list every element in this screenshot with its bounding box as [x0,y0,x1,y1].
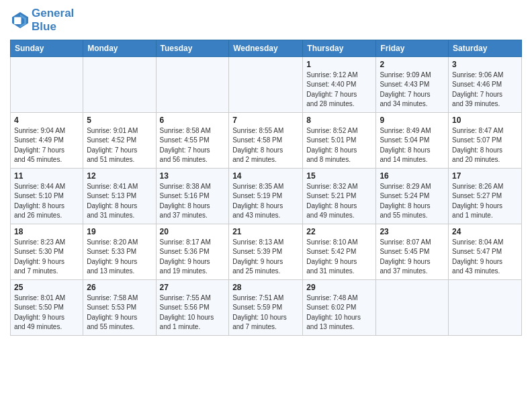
calendar-cell: 8Sunrise: 8:52 AM Sunset: 5:01 PM Daylig… [303,112,376,168]
calendar-cell: 12Sunrise: 8:41 AM Sunset: 5:13 PM Dayli… [83,168,156,224]
weekday-header: Friday [376,40,449,56]
day-number: 6 [160,116,226,125]
calendar-cell: 20Sunrise: 8:17 AM Sunset: 5:36 PM Dayli… [156,224,229,279]
calendar-cell: 13Sunrise: 8:38 AM Sunset: 5:16 PM Dayli… [156,168,229,224]
calendar-cell: 24Sunrise: 8:04 AM Sunset: 5:47 PM Dayli… [449,224,522,279]
weekday-header: Tuesday [156,40,229,56]
day-info: Sunrise: 8:32 AM Sunset: 5:21 PM Dayligh… [306,182,372,221]
day-number: 4 [14,116,79,125]
day-info: Sunrise: 8:52 AM Sunset: 5:01 PM Dayligh… [306,126,372,165]
calendar-cell [11,56,83,112]
day-number: 28 [232,283,299,292]
day-number: 24 [452,227,518,236]
day-number: 18 [14,227,79,236]
calendar-cell: 27Sunrise: 7:55 AM Sunset: 5:56 PM Dayli… [156,279,229,335]
day-info: Sunrise: 8:38 AM Sunset: 5:16 PM Dayligh… [160,182,226,221]
weekday-header: Thursday [303,40,376,56]
day-number: 21 [232,227,299,236]
weekday-header: Monday [83,40,156,56]
calendar-cell: 1Sunrise: 9:12 AM Sunset: 4:40 PM Daylig… [303,56,376,112]
day-number: 10 [452,116,518,125]
calendar-cell [156,56,229,112]
day-number: 13 [160,171,226,181]
day-info: Sunrise: 8:49 AM Sunset: 5:04 PM Dayligh… [380,126,445,165]
day-info: Sunrise: 9:12 AM Sunset: 4:40 PM Dayligh… [306,71,372,109]
day-number: 8 [306,116,372,125]
day-info: Sunrise: 9:04 AM Sunset: 4:49 PM Dayligh… [14,126,79,165]
day-number: 19 [87,227,152,236]
calendar-cell: 4Sunrise: 9:04 AM Sunset: 4:49 PM Daylig… [11,112,83,168]
calendar-cell: 15Sunrise: 8:32 AM Sunset: 5:21 PM Dayli… [303,168,376,224]
day-number: 12 [87,171,152,181]
day-info: Sunrise: 8:47 AM Sunset: 5:07 PM Dayligh… [452,126,518,165]
day-info: Sunrise: 8:58 AM Sunset: 4:55 PM Dayligh… [160,126,226,165]
day-info: Sunrise: 8:20 AM Sunset: 5:33 PM Dayligh… [87,238,152,277]
day-info: Sunrise: 7:58 AM Sunset: 5:53 PM Dayligh… [87,293,152,332]
day-number: 5 [87,116,152,125]
calendar-cell: 3Sunrise: 9:06 AM Sunset: 4:46 PM Daylig… [449,56,522,112]
calendar-cell: 14Sunrise: 8:35 AM Sunset: 5:19 PM Dayli… [229,168,303,224]
day-info: Sunrise: 8:26 AM Sunset: 5:27 PM Dayligh… [452,182,518,221]
calendar-week: 1Sunrise: 9:12 AM Sunset: 4:40 PM Daylig… [11,56,522,112]
day-number: 23 [380,227,445,236]
day-info: Sunrise: 8:29 AM Sunset: 5:24 PM Dayligh… [380,182,445,221]
logo-text: General Blue [32,7,74,34]
day-number: 16 [380,171,445,181]
day-info: Sunrise: 8:23 AM Sunset: 5:30 PM Dayligh… [14,238,79,277]
day-info: Sunrise: 8:55 AM Sunset: 4:58 PM Dayligh… [232,126,299,165]
calendar-cell [376,279,449,335]
day-info: Sunrise: 8:41 AM Sunset: 5:13 PM Dayligh… [87,182,152,221]
calendar-table: SundayMondayTuesdayWednesdayThursdayFrid… [10,40,522,336]
calendar-cell: 18Sunrise: 8:23 AM Sunset: 5:30 PM Dayli… [11,224,83,279]
calendar-cell: 22Sunrise: 8:10 AM Sunset: 5:42 PM Dayli… [303,224,376,279]
svg-rect-2 [14,17,21,25]
header: General Blue [10,7,522,34]
day-number: 3 [452,60,518,69]
day-number: 2 [380,60,445,69]
calendar-cell: 7Sunrise: 8:55 AM Sunset: 4:58 PM Daylig… [229,112,303,168]
header-row: SundayMondayTuesdayWednesdayThursdayFrid… [11,40,522,56]
day-number: 20 [160,227,226,236]
day-info: Sunrise: 8:17 AM Sunset: 5:36 PM Dayligh… [160,238,226,277]
calendar-cell [83,56,156,112]
day-number: 9 [380,116,445,125]
day-info: Sunrise: 9:09 AM Sunset: 4:43 PM Dayligh… [380,71,445,109]
day-number: 14 [232,171,299,181]
calendar-week: 4Sunrise: 9:04 AM Sunset: 4:49 PM Daylig… [11,112,522,168]
day-info: Sunrise: 7:51 AM Sunset: 5:59 PM Dayligh… [232,293,299,332]
calendar-week: 11Sunrise: 8:44 AM Sunset: 5:10 PM Dayli… [11,168,522,224]
day-info: Sunrise: 7:55 AM Sunset: 5:56 PM Dayligh… [160,293,226,332]
day-number: 7 [232,116,299,125]
day-info: Sunrise: 9:01 AM Sunset: 4:52 PM Dayligh… [87,126,152,165]
day-info: Sunrise: 8:13 AM Sunset: 5:39 PM Dayligh… [232,238,299,277]
day-number: 26 [87,283,152,292]
day-info: Sunrise: 8:04 AM Sunset: 5:47 PM Dayligh… [452,238,518,277]
calendar-cell: 16Sunrise: 8:29 AM Sunset: 5:24 PM Dayli… [376,168,449,224]
day-number: 15 [306,171,372,181]
calendar-cell: 28Sunrise: 7:51 AM Sunset: 5:59 PM Dayli… [229,279,303,335]
calendar-cell: 11Sunrise: 8:44 AM Sunset: 5:10 PM Dayli… [11,168,83,224]
day-info: Sunrise: 8:44 AM Sunset: 5:10 PM Dayligh… [14,182,79,221]
calendar-week: 25Sunrise: 8:01 AM Sunset: 5:50 PM Dayli… [11,279,522,335]
day-number: 25 [14,283,79,292]
day-info: Sunrise: 8:35 AM Sunset: 5:19 PM Dayligh… [232,182,299,221]
calendar-week: 18Sunrise: 8:23 AM Sunset: 5:30 PM Dayli… [11,224,522,279]
weekday-header: Saturday [449,40,522,56]
calendar-cell: 26Sunrise: 7:58 AM Sunset: 5:53 PM Dayli… [83,279,156,335]
calendar-cell: 29Sunrise: 7:48 AM Sunset: 6:02 PM Dayli… [303,279,376,335]
calendar-cell: 19Sunrise: 8:20 AM Sunset: 5:33 PM Dayli… [83,224,156,279]
day-number: 11 [14,171,79,181]
weekday-header: Wednesday [229,40,303,56]
day-info: Sunrise: 7:48 AM Sunset: 6:02 PM Dayligh… [306,293,372,332]
day-number: 27 [160,283,226,292]
calendar-cell: 6Sunrise: 8:58 AM Sunset: 4:55 PM Daylig… [156,112,229,168]
day-number: 22 [306,227,372,236]
calendar-cell: 23Sunrise: 8:07 AM Sunset: 5:45 PM Dayli… [376,224,449,279]
logo: General Blue [10,7,74,34]
calendar-cell [229,56,303,112]
calendar-cell: 25Sunrise: 8:01 AM Sunset: 5:50 PM Dayli… [11,279,83,335]
calendar-cell: 10Sunrise: 8:47 AM Sunset: 5:07 PM Dayli… [449,112,522,168]
logo-icon [10,10,30,30]
day-number: 17 [452,171,518,181]
page: General Blue SundayMondayTuesdayWednesda… [0,0,532,342]
